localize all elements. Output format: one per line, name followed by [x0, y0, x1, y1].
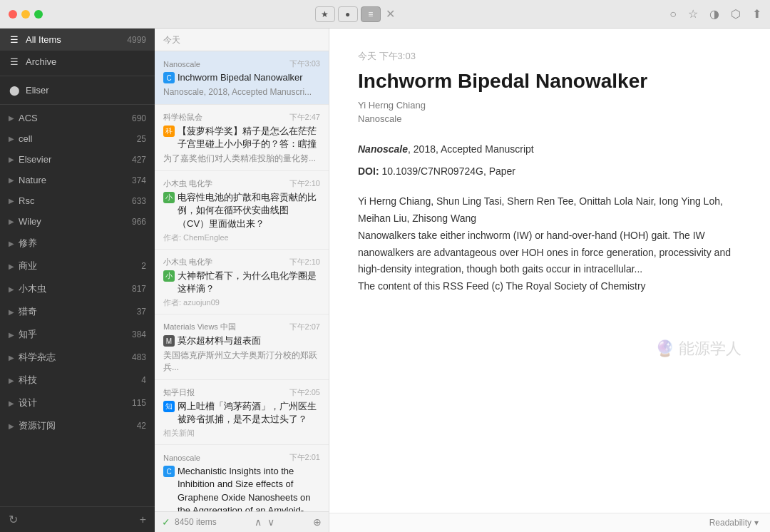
- sidebar-item-sheji[interactable]: ▶ 设计 115: [0, 392, 155, 414]
- article-source: 小木虫 电化学: [163, 178, 212, 189]
- sidebar-item-elsevier[interactable]: ▶ Elsevier 427: [0, 149, 155, 170]
- chevron-icon: ▶: [9, 331, 14, 339]
- chevron-icon: ▶: [9, 114, 14, 122]
- ziyuandingyu-label: 资源订阅: [19, 419, 56, 432]
- article-item[interactable]: Nanoscale 下午2:01 C Mechanistic Insights …: [155, 445, 329, 511]
- minimize-button[interactable]: [21, 10, 30, 19]
- chevron-icon: ▶: [9, 155, 14, 163]
- nature-count: 374: [132, 175, 146, 185]
- source-icon: 知: [163, 401, 175, 412]
- article-time: 下午3:03: [289, 58, 320, 69]
- check-all-icon[interactable]: ✓: [162, 516, 170, 528]
- article-time: 下午2:07: [289, 322, 320, 332]
- source-icon: 小: [163, 270, 175, 282]
- article-title: Mechanistic Insights into the Inhibition…: [178, 465, 320, 511]
- sidebar-item-nature[interactable]: ▶ Nature 374: [0, 170, 155, 190]
- article-item[interactable]: 小木虫 电化学 下午2:10 小 大神帮忙看下，为什么电化学圈是这样滴？ 作者:…: [155, 250, 329, 314]
- lieqi-count: 37: [137, 307, 146, 317]
- title-bar-right-icons: ○ ☆ ◑ ⬡ ⬆: [669, 7, 761, 21]
- star-tab-button[interactable]: ★: [315, 6, 335, 22]
- sidebar-item-all-items[interactable]: ☰ All Items 4999: [0, 29, 155, 51]
- article-time: 下午2:01: [289, 452, 320, 463]
- article-preview: 美国德克萨斯州立大学奥斯汀分校的郑跃兵...: [163, 349, 320, 374]
- title-bar: ★ ● ≡ ✕ ○ ☆ ◑ ⬡ ⬆: [0, 0, 770, 29]
- sidebar-item-ziyuandingyu[interactable]: ▶ 资源订阅 42: [0, 414, 155, 437]
- chevron-icon: ▶: [9, 285, 14, 293]
- share-icon[interactable]: ⬆: [752, 7, 761, 21]
- search-icon[interactable]: ○: [669, 8, 677, 21]
- nav-up-arrow[interactable]: ∧: [255, 516, 262, 528]
- eliser-label: Eliser: [26, 85, 49, 96]
- sidebar-item-rsc[interactable]: ▶ Rsc 633: [0, 190, 155, 211]
- article-author: 作者: azuojun09: [163, 297, 320, 308]
- chevron-down-icon: ▾: [754, 518, 759, 528]
- close-button[interactable]: [9, 10, 17, 19]
- article-preview: 为了嘉奖他们对人类精准投胎的量化努...: [163, 153, 320, 165]
- doi-value: 10.1039/C7NR09724G, Paper: [379, 165, 515, 177]
- content-body: Yi Herng Chiang, Shun Ling Tasi, Shern R…: [358, 193, 741, 295]
- wiley-count: 966: [132, 217, 146, 227]
- add-icon[interactable]: +: [140, 513, 146, 526]
- source-icon: C: [163, 466, 175, 477]
- wiley-label: Wiley: [19, 216, 41, 227]
- sidebar-item-kexuezazhi[interactable]: ▶ 科学杂志 483: [0, 346, 155, 369]
- article-item[interactable]: 小木虫 电化学 下午2:10 小 电容性电池的扩散和电容贡献的比例，如何在循环伏…: [155, 171, 329, 250]
- article-item[interactable]: 知乎日报 下午2:05 知 网上吐槽「鸿茅药酒」，广州医生被跨省抓捕，是不是太过…: [155, 380, 329, 445]
- chevron-icon: ▶: [9, 308, 14, 316]
- article-item[interactable]: Materials Views 中国 下午2:07 M 莫尔超材料与超表面 美国…: [155, 314, 329, 380]
- chevron-icon: ▶: [9, 176, 14, 184]
- sidebar-item-acs[interactable]: ▶ ACS 690: [0, 108, 155, 128]
- window-close-button[interactable]: ✕: [384, 7, 398, 21]
- content-author: Yi Herng Chiang: [358, 100, 741, 111]
- article-item[interactable]: Nanoscale 下午3:03 C Inchworm Bipedal Nano…: [155, 51, 329, 105]
- tag-icon: ⬤: [9, 85, 20, 96]
- sidebar-item-keji[interactable]: ▶ 科技 4: [0, 369, 155, 392]
- maximize-button[interactable]: [34, 10, 43, 19]
- chevron-icon: ▶: [9, 262, 14, 270]
- article-source: Nanoscale: [163, 60, 200, 68]
- article-source: 知乎日报: [163, 387, 195, 398]
- meta-year: , 2018, Accepted Manuscript: [408, 143, 534, 155]
- sidebar-item-cell[interactable]: ▶ cell 25: [0, 128, 155, 149]
- nav-down-arrow[interactable]: ∨: [267, 516, 274, 528]
- all-items-label: All Items: [26, 34, 61, 45]
- theme-icon[interactable]: ◑: [709, 7, 719, 21]
- keji-count: 4: [141, 375, 146, 385]
- sidebar-item-lieqi[interactable]: ▶ 猎奇 37: [0, 300, 155, 323]
- sidebar-item-xiaomuchong[interactable]: ▶ 小木虫 817: [0, 277, 155, 300]
- content-bottom-bar: Readability ▾: [329, 513, 770, 532]
- shangye-count: 2: [141, 261, 146, 271]
- list-tab-button[interactable]: ≡: [361, 6, 381, 22]
- xiaomuchong-label: 小木虫: [19, 282, 46, 295]
- sidebar-item-shangye[interactable]: ▶ 商业 2: [0, 255, 155, 277]
- sidebar-item-zhihu[interactable]: ▶ 知乎 384: [0, 323, 155, 346]
- bookmark-icon[interactable]: ⊕: [313, 516, 322, 528]
- sidebar-item-xiuyang[interactable]: ▶ 修养: [0, 232, 155, 255]
- watermark: 🔮 能源学人: [358, 338, 741, 359]
- sidebar-item-wiley[interactable]: ▶ Wiley 966: [0, 211, 155, 232]
- article-preview: Nanoscale, 2018, Accepted Manuscri...: [163, 86, 320, 98]
- sidebar-item-archive[interactable]: ☰ Archive: [0, 51, 155, 73]
- acs-label: ACS: [19, 113, 38, 123]
- plugin-icon[interactable]: ⬡: [731, 7, 741, 21]
- sidebar-top: ☰ All Items 4999 ☰ Archive: [0, 29, 155, 73]
- article-author: 作者: ChemEnglee: [163, 232, 320, 243]
- article-time: 下午2:47: [289, 112, 320, 123]
- article-source: 科学松鼠会: [163, 112, 202, 123]
- dot-tab-button[interactable]: ●: [338, 6, 358, 22]
- sidebar-item-eliser[interactable]: ⬤ Eliser: [0, 79, 155, 101]
- refresh-icon[interactable]: ↻: [9, 513, 18, 526]
- content-meta: Nanoscale, 2018, Accepted Manuscript: [358, 141, 741, 157]
- article-item[interactable]: 科学松鼠会 下午2:47 科 【菠萝科学奖】精子是怎么在茫茫子宫里碰上小小卵子的…: [155, 105, 329, 171]
- cell-label: cell: [19, 133, 33, 144]
- readability-button[interactable]: Readability ▾: [709, 518, 759, 528]
- source-icon: M: [163, 335, 175, 347]
- traffic-lights: [9, 10, 43, 19]
- article-list-bottom-bar: ✓ 8450 items ∧ ∨ ⊕: [155, 511, 329, 532]
- source-icon: 小: [163, 192, 175, 203]
- acs-count: 690: [132, 113, 146, 123]
- lieqi-label: 猎奇: [19, 305, 37, 318]
- xiuyang-label: 修养: [19, 237, 37, 250]
- article-time: 下午2:10: [289, 257, 320, 267]
- star-icon[interactable]: ☆: [688, 7, 698, 21]
